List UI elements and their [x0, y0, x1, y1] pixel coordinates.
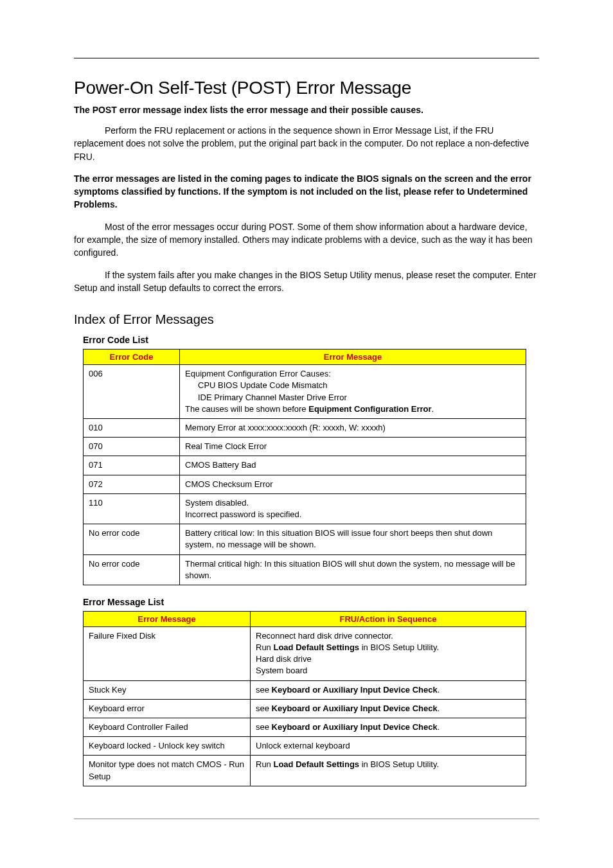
paragraph-2-c: . — [115, 199, 118, 209]
paragraph-1: Perform the FRU replacement or actions i… — [74, 124, 539, 163]
action-c: . — [438, 685, 440, 695]
table-row: Monitor type does not match CMOS - Run S… — [84, 756, 526, 786]
action-c: . — [438, 704, 440, 713]
cell-msg: Thermal critical high: In this situation… — [180, 554, 526, 585]
table-row: 006 Equipment Configuration Error Causes… — [84, 365, 526, 419]
action-line: Reconnect hard disk drive connector. — [256, 631, 393, 641]
cell-msg: Monitor type does not match CMOS - Run S… — [84, 756, 251, 786]
top-rule — [74, 58, 539, 58]
action-a: see — [256, 722, 272, 732]
cell-msg: CMOS Checksum Error — [180, 475, 526, 493]
cell-msg: Memory Error at xxxx:xxxx:xxxxh (R: xxxx… — [180, 419, 526, 438]
table-row: No error code Battery critical low: In t… — [84, 524, 526, 554]
table-row: 071 CMOS Battery Bad — [84, 456, 526, 475]
table-row: Keyboard locked - Unlock key switch Unlo… — [84, 737, 526, 756]
table-row: Keyboard Controller Failed see Keyboard … — [84, 718, 526, 737]
cell-code: No error code — [84, 524, 180, 554]
table-row: 010 Memory Error at xxxx:xxxx:xxxxh (R: … — [84, 419, 526, 438]
cell-msg: Stuck Key — [84, 680, 251, 699]
cell-code: No error code — [84, 554, 180, 585]
cell-msg: System disabled. Incorrect password is s… — [180, 493, 526, 524]
table-row: No error code Thermal critical high: In … — [84, 554, 526, 585]
msg-line: Equipment Configuration Error Causes: — [185, 369, 331, 378]
table-row: 072 CMOS Checksum Error — [84, 475, 526, 493]
table-row: 070 Real Time Clock Error — [84, 438, 526, 456]
cell-code: 110 — [84, 493, 180, 524]
action-line: System board — [256, 666, 307, 675]
bottom-rule — [74, 819, 539, 819]
table2-header-1: FRU/Action in Sequence — [251, 611, 526, 626]
cell-code: 072 — [84, 475, 180, 493]
action-b: Load Default Settings — [273, 759, 359, 769]
cell-code: 010 — [84, 419, 180, 438]
cell-action: Reconnect hard disk drive connector. Run… — [251, 626, 526, 680]
cell-msg: Battery critical low: In this situation … — [180, 524, 526, 554]
page-content: Power-On Self-Test (POST) Error Message … — [51, 78, 562, 786]
table-row: 110 System disabled. Incorrect password … — [84, 493, 526, 524]
table-row: Keyboard error see Keyboard or Auxiliary… — [84, 699, 526, 718]
action-b: Keyboard or Auxiliary Input Device Check — [272, 704, 438, 713]
action-line-a: Run — [256, 642, 273, 652]
table-header-row: Error Message FRU/Action in Sequence — [84, 611, 526, 626]
action-c: in BIOS Setup Utility. — [359, 759, 439, 769]
action-a: see — [256, 704, 272, 713]
action-c: . — [438, 722, 440, 732]
error-message-table: Error Message FRU/Action in Sequence Fai… — [83, 611, 526, 786]
cell-msg: Failure Fixed Disk — [84, 626, 251, 680]
cell-action: Unlock external keyboard — [251, 737, 526, 756]
action-a: Run — [256, 759, 273, 769]
msg-line: IDE Primary Channel Master Drive Error — [185, 392, 520, 403]
table-row: Failure Fixed Disk Reconnect hard disk d… — [84, 626, 526, 680]
action-line-b: Load Default Settings — [273, 642, 359, 652]
action-b: Keyboard or Auxiliary Input Device Check — [272, 722, 438, 732]
msg-line: CPU BIOS Update Code Mismatch — [185, 380, 520, 391]
cell-code: 006 — [84, 365, 180, 419]
paragraph-1-text: Perform the FRU replacement or actions i… — [74, 125, 529, 162]
intro-text: The POST error message index lists the e… — [74, 105, 539, 115]
table2-label: Error Message List — [83, 597, 539, 607]
section-heading: Index of Error Messages — [74, 312, 539, 327]
cell-msg: Keyboard Controller Failed — [84, 718, 251, 737]
page-title: Power-On Self-Test (POST) Error Message — [74, 78, 539, 98]
table2-header-0: Error Message — [84, 611, 251, 626]
paragraph-3-text: Most of the error messages occur during … — [74, 222, 533, 258]
table-header-row: Error Code Error Message — [84, 350, 526, 365]
msg-tail-b: Equipment Configuration Error — [308, 404, 431, 414]
table1-label: Error Code List — [83, 335, 539, 345]
cell-action: see Keyboard or Auxiliary Input Device C… — [251, 680, 526, 699]
paragraph-3: Most of the error messages occur during … — [74, 220, 539, 260]
paragraph-4: If the system fails after you make chang… — [74, 269, 539, 295]
cell-action: see Keyboard or Auxiliary Input Device C… — [251, 718, 526, 737]
cell-action: see Keyboard or Auxiliary Input Device C… — [251, 699, 526, 718]
error-code-table: Error Code Error Message 006 Equipment C… — [83, 349, 526, 585]
table1-header-0: Error Code — [84, 350, 180, 365]
action-line: Hard disk drive — [256, 654, 312, 664]
cell-msg: CMOS Battery Bad — [180, 456, 526, 475]
cell-msg: Equipment Configuration Error Causes: CP… — [180, 365, 526, 419]
action-line-c: in BIOS Setup Utility. — [359, 642, 439, 652]
table1-header-1: Error Message — [180, 350, 526, 365]
cell-code: 070 — [84, 438, 180, 456]
action-a: see — [256, 685, 272, 695]
cell-msg: Keyboard locked - Unlock key switch — [84, 737, 251, 756]
table-row: Stuck Key see Keyboard or Auxiliary Inpu… — [84, 680, 526, 699]
cell-msg: Keyboard error — [84, 699, 251, 718]
cell-msg: Real Time Clock Error — [180, 438, 526, 456]
msg-tail-a: The causes will be shown before — [185, 404, 308, 414]
cell-action: Run Load Default Settings in BIOS Setup … — [251, 756, 526, 786]
action-b: Keyboard or Auxiliary Input Device Check — [272, 685, 438, 695]
msg-tail-c: . — [432, 404, 434, 414]
paragraph-2: The error messages are listed in the com… — [74, 172, 539, 211]
paragraph-4-text: If the system fails after you make chang… — [74, 270, 537, 293]
paragraph-2-a: The error messages are listed in the com… — [74, 173, 531, 197]
cell-code: 071 — [84, 456, 180, 475]
